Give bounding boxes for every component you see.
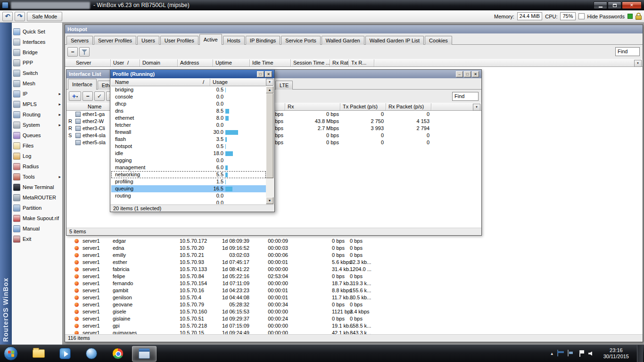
column-chooser-dropdown[interactable]: ▼	[266, 79, 273, 86]
taskbar-clock[interactable]: 23:16 30/11/2015	[599, 347, 634, 360]
tray-network-icon[interactable]	[568, 350, 575, 357]
tray-volume-icon[interactable]	[588, 350, 595, 357]
remove-button[interactable]: −	[83, 91, 93, 101]
sidebar-item[interactable]: Queues	[12, 130, 62, 140]
sidebar-item[interactable]: Make Supout.rif	[12, 213, 62, 223]
hotspot-tab[interactable]: Service Ports	[281, 36, 320, 45]
column-header-address[interactable]: Address	[177, 59, 213, 66]
close-button[interactable]: ✕	[265, 71, 272, 77]
hotspot-tab[interactable]: Active	[199, 34, 222, 45]
column-header-tx-packet[interactable]: Tx Packet (p/s)	[340, 103, 386, 110]
taskbar-item-browser[interactable]	[79, 346, 104, 362]
sidebar-item[interactable]: Interfaces	[12, 37, 62, 47]
tray-action-center-icon[interactable]	[578, 350, 585, 357]
sidebar-item[interactable]: IP	[12, 89, 62, 99]
hotspot-active-row[interactable]: server1 gambit 10.5.70.16 1d 04:23:23 00…	[65, 287, 643, 294]
add-button[interactable]: +▾	[69, 91, 81, 101]
hotspot-active-row[interactable]: server1 gisele 10.5.70.160 1d 06:15:53 0…	[65, 308, 643, 315]
profile-row[interactable]: console 0.0	[111, 93, 266, 100]
profile-row[interactable]: idle 18.0	[111, 150, 266, 157]
safe-mode-button[interactable]: Safe Mode	[27, 12, 62, 21]
profile-row[interactable]: firewall 30.0	[111, 129, 266, 136]
hotspot-tab[interactable]: IP Bindings	[246, 36, 280, 45]
close-button[interactable]: ✕	[472, 71, 479, 77]
column-header-idle-time[interactable]: Idle Time	[249, 59, 290, 66]
hotspot-active-row[interactable]: server1 geovane 10.5.70.79 05:28:32 00:0…	[65, 301, 643, 308]
hotspot-active-row[interactable]: server1 edgar 10.5.70.172 1d 08:09:39 00…	[65, 238, 643, 245]
hotspot-tab[interactable]: Hosts	[223, 36, 245, 45]
remove-button[interactable]: −	[67, 47, 78, 57]
taskbar-item-media-player[interactable]	[53, 346, 77, 362]
hotspot-window-titlebar[interactable]: Hotspot	[65, 25, 643, 33]
column-chooser-dropdown[interactable]: ▼	[634, 60, 642, 67]
profile-row[interactable]: bridging 0.5	[111, 86, 266, 93]
show-desktop-button[interactable]	[637, 345, 643, 362]
column-header-rx[interactable]: Rx	[285, 103, 340, 110]
maximize-button[interactable]: □	[464, 71, 471, 77]
hotspot-active-row[interactable]: server1 esther 10.5.70.93 1d 07:45:17 00…	[65, 259, 643, 266]
profile-row[interactable]: ethernet 8.0	[111, 115, 266, 122]
scroll-thumb[interactable]	[266, 93, 273, 178]
profile-row[interactable]: 0.0	[111, 199, 266, 204]
column-header-uptime[interactable]: Uptime	[213, 59, 249, 66]
sidebar-item[interactable]: Partition	[12, 203, 62, 213]
column-header-usage[interactable]: Usage	[210, 79, 266, 86]
hotspot-tab[interactable]: Servers	[66, 36, 93, 45]
sidebar-item[interactable]: Radius	[12, 161, 62, 172]
hotspot-tab[interactable]: Users	[137, 36, 159, 45]
tab-lte[interactable]: LTE	[275, 81, 293, 90]
profile-row[interactable]: flash 3.5	[111, 136, 266, 143]
column-header-tx-rate[interactable]: Tx R...	[348, 59, 374, 66]
sidebar-item[interactable]: Exit	[12, 234, 62, 244]
sidebar-item[interactable]: PPP	[12, 58, 62, 68]
minimize-button[interactable]	[594, 1, 607, 9]
hotspot-active-row[interactable]: server1 fabricia 10.5.70.133 1d 08:41:22…	[65, 266, 643, 273]
enable-button[interactable]: ✓	[94, 91, 105, 101]
profile-row[interactable]: management 6.0	[111, 164, 266, 171]
hotspot-active-row[interactable]: server1 guimaraes 10.5.70.15 1d 09:24:49…	[65, 329, 643, 334]
profile-row[interactable]: networking 5.5	[111, 171, 266, 178]
sidebar-item[interactable]: Manual	[12, 223, 62, 234]
sidebar-item[interactable]: MetaROUTER	[12, 192, 62, 203]
sidebar-item[interactable]: Tools	[12, 172, 62, 182]
hotspot-active-row[interactable]: server1 edna 10.5.70.20 1d 09:16:52 00:0…	[65, 245, 643, 252]
sidebar-item[interactable]: MPLS	[12, 99, 62, 109]
profile-row[interactable]: routing 0.0	[111, 192, 266, 199]
profile-dialog-titlebar[interactable]: Profile (Running) □ ✕	[110, 70, 274, 78]
scroll-up-button[interactable]: ▲	[266, 86, 273, 93]
hotspot-active-row[interactable]: server1 felipe 10.5.70.84 1d 05:22:16 02…	[65, 273, 643, 280]
profile-row[interactable]: dns 8.5	[111, 107, 266, 115]
minimize-button[interactable]: –	[456, 71, 463, 77]
tray-expand-icon[interactable]: ▲	[550, 352, 554, 356]
hotspot-active-row[interactable]: server1 fernando 10.5.70.154 1d 07:11:09…	[65, 280, 643, 287]
profile-row[interactable]: dhcp 0.0	[111, 100, 266, 107]
hotspot-active-row[interactable]: server1 gpi 10.5.70.218 1d 07:15:09 00:0…	[65, 322, 643, 329]
column-chooser-dropdown[interactable]: ▼	[473, 104, 480, 111]
taskbar-item-chrome[interactable]	[106, 346, 130, 362]
profile-row[interactable]: queuing 16.5	[111, 185, 266, 192]
redo-button[interactable]: ↷	[15, 12, 25, 21]
scroll-down-button[interactable]: ▼	[266, 197, 273, 204]
start-button[interactable]	[4, 346, 18, 361]
undo-button[interactable]: ↶	[2, 12, 13, 21]
hide-passwords-checkbox[interactable]	[578, 13, 585, 19]
sidebar-item[interactable]: Routing	[12, 109, 62, 120]
column-header-rx-rate[interactable]: Rx Rate	[330, 59, 348, 66]
filter-button[interactable]	[79, 47, 90, 57]
hotspot-find-box[interactable]: Find	[615, 47, 640, 56]
sidebar-item[interactable]: Quick Set	[12, 26, 62, 37]
hotspot-tab[interactable]: Walled Garden IP List	[365, 36, 424, 45]
profile-row[interactable]: profiling 1.5	[111, 178, 266, 185]
hotspot-tab[interactable]: Walled Garden	[322, 36, 364, 45]
hotspot-active-row[interactable]: server1 genilson 10.5.70.4 1d 04:44:08 0…	[65, 294, 643, 301]
sidebar-item[interactable]: System	[12, 120, 62, 130]
hotspot-tab[interactable]: Cookies	[425, 36, 452, 45]
column-header-user[interactable]: User/	[110, 59, 140, 66]
profile-row[interactable]: hotspot 0.5	[111, 143, 266, 150]
close-button[interactable]: ✕	[622, 1, 642, 9]
profile-scrollbar[interactable]: ▲ ▼	[266, 86, 273, 204]
sidebar-item[interactable]: Switch	[12, 68, 62, 78]
column-header-server[interactable]: Server	[74, 59, 110, 66]
hotspot-active-row[interactable]: server1 gislaine 10.5.70.51 1d 09:29:37 …	[65, 315, 643, 322]
tray-app-icon[interactable]	[557, 350, 564, 357]
